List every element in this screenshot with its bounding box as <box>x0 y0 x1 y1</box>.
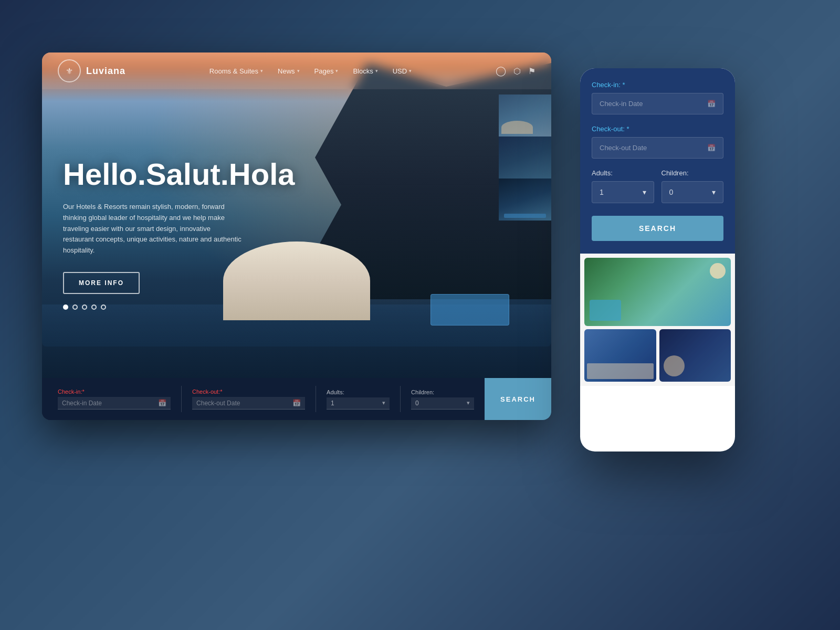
nav-links: Rooms & Suites ▾ News ▾ Pages ▾ Blocks ▾… <box>204 64 417 78</box>
pool-element <box>430 294 509 326</box>
calendar-icon: 📅 <box>707 144 716 152</box>
slide-dot-3[interactable] <box>82 304 87 310</box>
adults-select[interactable]: 1 ▾ <box>327 397 390 410</box>
checkin-field: Check-in:* Check-in Date 📅 <box>58 388 171 410</box>
chevron-down-icon: ▾ <box>409 68 412 74</box>
nav-item-blocks[interactable]: Blocks ▾ <box>348 64 383 78</box>
checkout-placeholder: Check-out Date <box>196 400 288 407</box>
checkout-field: Check-out:* Check-out Date 📅 <box>192 388 305 410</box>
search-divider-1 <box>181 386 182 412</box>
instagram-icon[interactable]: ◯ <box>496 65 506 77</box>
laptop-mockup: ⚜ Luviana Rooms & Suites ▾ News ▾ Pages … <box>42 52 551 420</box>
mobile-checkout-field: Check-out: * Check-out Date 📅 <box>592 125 723 159</box>
adults-field: Adults: 1 ▾ <box>327 389 390 410</box>
slide-dot-5[interactable] <box>101 304 106 310</box>
children-label: Children: <box>411 389 474 395</box>
hero-subtitle: Our Hotels & Resorts remain stylish, mod… <box>63 202 242 256</box>
checkin-input[interactable]: Check-in Date 📅 <box>58 397 171 410</box>
search-button[interactable]: SEARCH <box>485 378 551 420</box>
nav-item-rooms[interactable]: Rooms & Suites ▾ <box>204 64 268 78</box>
calendar-icon: 📅 <box>158 399 166 407</box>
chevron-down-icon: ▾ <box>467 400 470 406</box>
flag-icon[interactable]: ⚑ <box>528 66 536 76</box>
thumbnail-3[interactable] <box>499 178 551 220</box>
mobile-children-select[interactable]: 0 ▾ <box>662 181 724 203</box>
mobile-checkin-input[interactable]: Check-in Date 📅 <box>592 93 723 114</box>
chevron-down-icon: ▾ <box>382 400 385 406</box>
mobile-checkin-label: Check-in: * <box>592 81 723 89</box>
nav-item-pages[interactable]: Pages ▾ <box>309 64 344 78</box>
chevron-down-icon: ▾ <box>260 68 263 74</box>
chevron-down-icon: ▾ <box>712 188 716 196</box>
chevron-down-icon: ▾ <box>335 68 338 74</box>
nav-item-currency[interactable]: USD ▾ <box>387 64 417 78</box>
search-divider-2 <box>316 386 316 412</box>
camera-icon[interactable]: ⬡ <box>513 66 521 76</box>
adults-label: Adults: <box>327 389 390 395</box>
hero-section: ⚜ Luviana Rooms & Suites ▾ News ▾ Pages … <box>42 52 551 378</box>
mobile-children-col: Children: 0 ▾ <box>662 169 724 203</box>
bottom-search-bar: Check-in:* Check-in Date 📅 Check-out:* C… <box>42 378 551 420</box>
checkin-label: Check-in:* <box>58 388 171 395</box>
gallery-row-2 <box>584 329 731 382</box>
mobile-search-button[interactable]: SEARCH <box>592 216 723 241</box>
thumbnail-1[interactable] <box>499 94 551 136</box>
slide-dot-1[interactable] <box>63 304 68 310</box>
calendar-icon: 📅 <box>707 100 716 108</box>
nav-brand[interactable]: ⚜ Luviana <box>58 59 125 82</box>
hero-thumbnails <box>499 94 551 220</box>
calendar-icon: 📅 <box>292 399 301 407</box>
gallery-image-1[interactable] <box>584 258 731 326</box>
adults-value: 1 <box>331 400 378 407</box>
mobile-checkin-field: Check-in: * Check-in Date 📅 <box>592 81 723 114</box>
children-value: 0 <box>415 400 463 407</box>
hero-title: Hello.Salut.Hola <box>63 158 295 191</box>
mobile-checkout-input[interactable]: Check-out Date 📅 <box>592 137 723 159</box>
hero-content: Hello.Salut.Hola Our Hotels & Resorts re… <box>63 158 295 294</box>
brand-symbol: ⚜ <box>66 66 73 76</box>
slide-dot-4[interactable] <box>91 304 97 310</box>
gallery-image-3[interactable] <box>659 329 731 382</box>
thumbnail-2[interactable] <box>499 136 551 178</box>
mobile-mockup: Check-in: * Check-in Date 📅 Check-out: *… <box>580 68 735 452</box>
children-field: Children: 0 ▾ <box>411 389 474 410</box>
mobile-gallery <box>580 254 735 386</box>
more-info-button[interactable]: MORE INFO <box>63 272 140 294</box>
checkout-label: Check-out:* <box>192 388 305 395</box>
mobile-checkout-label: Check-out: * <box>592 125 723 133</box>
chevron-down-icon: ▾ <box>297 68 300 74</box>
search-divider-3 <box>400 386 401 412</box>
mobile-adults-col: Adults: 1 ▾ <box>592 169 654 203</box>
checkout-input[interactable]: Check-out Date 📅 <box>192 397 305 410</box>
mobile-guests-row: Adults: 1 ▾ Children: 0 ▾ <box>592 169 723 203</box>
nav-item-news[interactable]: News ▾ <box>272 64 305 78</box>
navbar: ⚜ Luviana Rooms & Suites ▾ News ▾ Pages … <box>42 52 551 89</box>
chevron-down-icon: ▾ <box>375 68 378 74</box>
checkin-placeholder: Check-in Date <box>62 400 154 407</box>
brand-logo-icon: ⚜ <box>58 59 81 82</box>
children-select[interactable]: 0 ▾ <box>411 397 474 410</box>
mobile-booking-form: Check-in: * Check-in Date 📅 Check-out: *… <box>580 68 735 254</box>
mobile-children-label: Children: <box>662 169 724 177</box>
mobile-adults-label: Adults: <box>592 169 654 177</box>
nav-social-icons: ◯ ⬡ ⚑ <box>496 65 536 77</box>
chevron-down-icon: ▾ <box>643 188 646 196</box>
gallery-image-2[interactable] <box>584 329 656 382</box>
brand-name: Luviana <box>86 66 125 77</box>
mobile-adults-select[interactable]: 1 ▾ <box>592 181 654 203</box>
slide-dot-2[interactable] <box>72 304 78 310</box>
slide-indicators <box>63 304 106 310</box>
